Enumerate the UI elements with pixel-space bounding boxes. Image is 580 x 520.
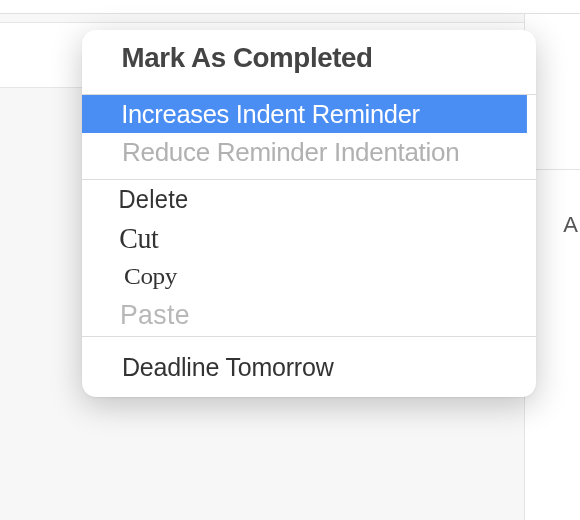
menu-item-label: Deadline Tomorrow <box>122 353 334 382</box>
menu-item-copy[interactable]: Copy <box>82 258 536 294</box>
menu-spacer <box>82 171 536 179</box>
menu-item-delete[interactable]: Delete <box>82 180 495 218</box>
menu-item-deadline-tomorrow[interactable]: Deadline Tomorrow <box>82 337 536 397</box>
menu-item-label: Reduce Reminder Indentation <box>122 137 459 168</box>
context-menu: Mark As Completed Increases Indent Remin… <box>82 30 536 397</box>
menu-item-cut[interactable]: Cut <box>82 218 504 258</box>
window-top-bar <box>0 0 580 14</box>
menu-spacer <box>82 86 536 94</box>
menu-item-label: Mark As Completed <box>122 42 373 74</box>
menu-item-mark-completed[interactable]: Mark As Completed <box>82 30 531 86</box>
menu-item-label: Increases Indent Reminder <box>121 99 420 130</box>
menu-item-label: Copy <box>124 263 177 290</box>
menu-item-increase-indent[interactable]: Increases Indent Reminder <box>82 95 527 133</box>
menu-item-label: Paste <box>120 299 190 331</box>
sidebar-letter: A <box>563 212 578 238</box>
menu-item-paste: Paste <box>82 294 513 336</box>
menu-item-label: Delete <box>118 184 188 215</box>
menu-item-reduce-indent: Reduce Reminder Indentation <box>82 133 536 171</box>
menu-item-label: Cut <box>119 221 158 255</box>
